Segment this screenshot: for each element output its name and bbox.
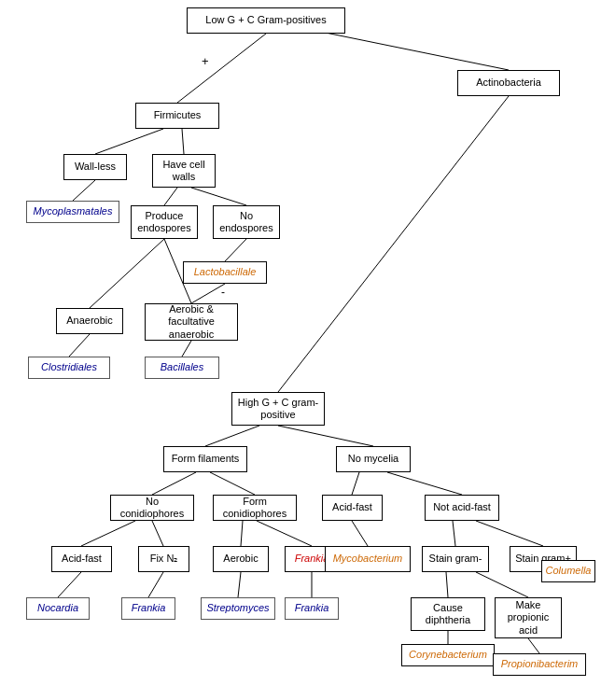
svg-line-3	[182, 129, 184, 154]
svg-line-24	[58, 572, 81, 597]
svg-line-12	[182, 341, 191, 357]
node-propi: Make propionic acid	[495, 597, 562, 638]
node-columella: Columella	[541, 560, 595, 582]
node-fixn2: Fix N₂	[138, 546, 189, 572]
node-stainminus: Stain gram-	[422, 546, 489, 572]
node-wallless: Wall-less	[63, 154, 127, 180]
node-causeD: Cause diphtheria	[411, 597, 485, 631]
svg-line-7	[225, 239, 246, 261]
node-frankia3: Frankia	[285, 597, 339, 620]
node-firmicutes: Firmicutes	[135, 103, 219, 129]
node-propion: Propionibacterim	[493, 653, 586, 676]
svg-line-14	[205, 426, 259, 446]
svg-line-22	[241, 521, 243, 546]
svg-line-15	[278, 426, 373, 446]
node-noendospores: No endospores	[213, 205, 280, 239]
node-frankia2: Frankia	[121, 597, 175, 620]
svg-line-29	[453, 521, 455, 546]
node-noconid: No conidiophores	[110, 495, 194, 521]
diagram: + - Low G + C Gram-positivesActinobacter…	[0, 0, 601, 700]
svg-line-20	[81, 521, 135, 546]
node-bacillales: Bacillales	[145, 357, 219, 379]
svg-line-8	[191, 284, 225, 303]
node-endospores: Produce endospores	[131, 205, 198, 239]
svg-line-9	[90, 239, 164, 308]
svg-line-26	[238, 572, 241, 597]
node-acidfast2: Acid-fast	[322, 495, 383, 521]
svg-line-6	[191, 188, 246, 205]
node-root: Low G + C Gram-positives	[187, 7, 345, 34]
node-highgc: High G + C gram-positive	[231, 392, 325, 426]
node-nomycelia: No mycelia	[336, 446, 411, 472]
svg-line-13	[278, 96, 509, 392]
svg-line-18	[352, 472, 359, 495]
plus-label: +	[202, 54, 209, 68]
svg-line-4	[73, 180, 95, 201]
node-filaments: Form filaments	[163, 446, 247, 472]
node-clostridiales: Clostridiales	[28, 357, 110, 379]
svg-line-21	[152, 521, 163, 546]
svg-line-30	[476, 521, 543, 546]
svg-line-1	[177, 34, 266, 103]
node-aerobic: Aerobic & facultative anaerobic	[145, 303, 238, 341]
node-nocardia: Nocardia	[26, 597, 90, 620]
svg-line-17	[210, 472, 255, 495]
node-formconid: Form conidiophores	[213, 495, 297, 521]
node-actino: Actinobacteria	[457, 70, 560, 96]
svg-line-5	[164, 188, 177, 205]
node-streptomyces: Streptomyces	[201, 597, 275, 620]
node-cellwalls: Have cell walls	[152, 154, 216, 188]
node-lacto: Lactobacillale	[183, 261, 267, 284]
node-mycobacterium: Mycobacterium	[325, 546, 411, 572]
svg-line-32	[476, 572, 528, 597]
svg-line-19	[387, 472, 462, 495]
svg-line-25	[148, 572, 163, 597]
node-coryne: Corynebacterium	[401, 644, 495, 666]
svg-line-31	[446, 572, 448, 597]
node-mycoplasma: Mycoplasmatales	[26, 201, 119, 223]
node-aerobic2: Aerobic	[213, 546, 269, 572]
connector-lines	[0, 0, 601, 700]
svg-line-16	[152, 472, 196, 495]
minus-label: -	[221, 286, 225, 299]
svg-line-28	[352, 521, 368, 546]
svg-line-11	[69, 334, 90, 357]
node-notacidfast: Not acid-fast	[425, 495, 499, 521]
node-anaerobic: Anaerobic	[56, 308, 123, 334]
svg-line-23	[257, 521, 312, 546]
node-acidfast3: Acid-fast	[51, 546, 112, 572]
svg-line-2	[95, 129, 163, 154]
svg-line-35	[528, 638, 539, 653]
